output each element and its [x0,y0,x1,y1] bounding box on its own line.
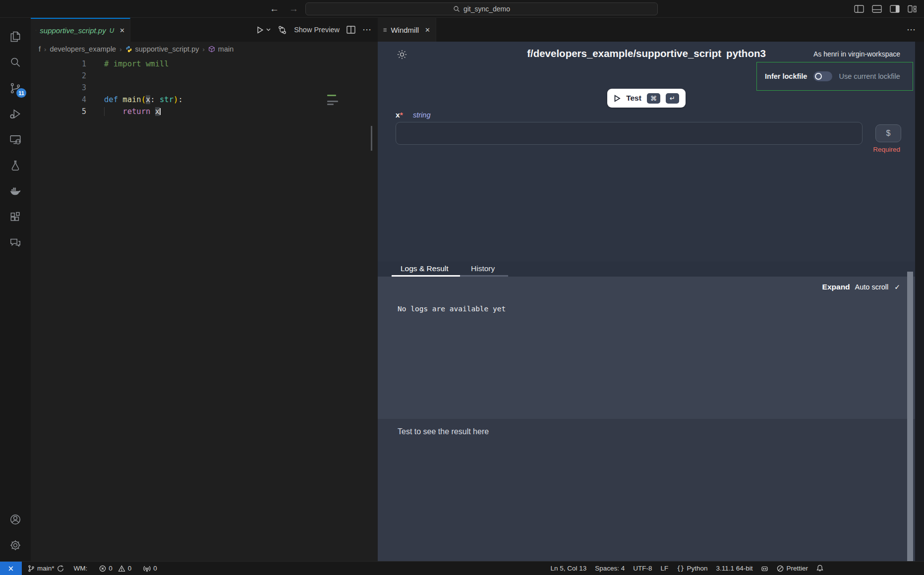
logs-pane: Expand Auto scroll ✓ No logs are availab… [378,277,915,419]
chevron-down-icon [266,28,271,31]
branch-icon [28,565,35,572]
expand-button[interactable]: Expand [822,283,850,291]
script-language: python3 [726,48,766,59]
run-debug-icon[interactable] [0,101,31,127]
toggle-panel-icon[interactable] [872,5,882,13]
lockfile-box: Infer lockfile Use current lockfile [756,62,913,91]
language-mode-item[interactable]: Python [677,565,707,572]
code-line[interactable]: 2 [31,70,378,82]
search-sidebar-icon[interactable] [0,50,31,75]
python-file-icon [36,26,36,34]
breadcrumb-symbol[interactable]: main [208,45,233,53]
nav-back-button[interactable]: ← [270,3,279,14]
wm-status-item[interactable]: WM: [74,565,88,572]
overview-ruler-mark [371,126,372,151]
test-button-label: Test [626,94,641,103]
remote-explorer-icon[interactable] [0,127,31,153]
testing-icon[interactable] [0,153,31,178]
result-pane: Test to see the result here [378,419,915,561]
editor-more-actions-icon[interactable]: ⋯ [362,24,372,35]
toggle-knob [815,73,822,80]
windmill-tab-label: Windmill [391,26,419,34]
radio-tower-icon [143,565,151,572]
explorer-icon[interactable] [0,24,31,50]
lockfile-toggle[interactable] [813,71,832,81]
docker-icon[interactable] [0,178,31,204]
arg-type: string [413,111,430,119]
cursor-position-item[interactable]: Ln 5, Col 13 [550,565,586,572]
nav-forward-button[interactable]: → [289,3,298,14]
settings-gear-icon[interactable] [0,532,31,558]
panel-more-actions-icon[interactable]: ⋯ [907,24,916,35]
code-editor[interactable]: 1# import wmill234def main(x: str):5 ret… [31,57,378,561]
windmill-tab-icon [383,27,387,33]
toggle-secondary-sidebar-icon[interactable] [890,5,900,13]
title-bar: ← → git_sync_demo [0,0,924,18]
copilot-status-item[interactable] [761,565,768,572]
use-lockfile-label: Use current lockfile [839,72,900,80]
code-line[interactable]: 4def main(x: str): [31,94,378,106]
bell-icon [816,565,823,572]
git-branch-item[interactable]: main* [28,565,64,572]
error-icon [99,565,106,572]
tab-supportive-script[interactable]: supportive_script.py U ✕ [31,18,130,42]
tab-modified-flag: U [110,27,114,34]
search-icon [453,5,460,12]
remote-icon [7,565,15,572]
windmill-tab-close-icon[interactable]: ✕ [425,26,430,34]
braces-icon [677,565,684,572]
show-preview-button[interactable]: Show Preview [294,26,340,34]
source-control-icon[interactable]: 11 [0,75,31,101]
autoscroll-toggle[interactable]: Auto scroll [855,283,889,291]
warning-icon [118,565,125,572]
account-icon[interactable] [0,507,31,532]
dollar-expression-button[interactable]: $ [875,124,901,142]
prettier-status-icon [777,565,784,572]
arg-label: x* string [396,111,430,119]
tab-windmill[interactable]: Windmill ✕ [378,18,436,42]
tab-close-icon[interactable]: ✕ [119,27,125,34]
code-line[interactable]: 3 [31,82,378,94]
indentation-item[interactable]: Spaces: 4 [595,565,625,572]
notifications-bell-item[interactable] [816,565,823,572]
encoding-item[interactable]: UTF-8 [633,565,652,572]
breadcrumb-file[interactable]: supportive_script.py [125,45,199,53]
extensions-icon[interactable] [0,204,31,230]
required-asterisk: * [400,111,403,119]
language-label: Python [687,565,707,572]
vscode-window: ← → git_sync_demo 11 [0,0,924,575]
warning-count: 0 [128,565,132,572]
test-button[interactable]: Test ⌘ ↵ [607,89,686,108]
minimap[interactable] [327,95,344,107]
command-center[interactable]: git_sync_demo [305,2,658,15]
run-python-button[interactable] [256,26,271,34]
python-version-item[interactable]: 3.11.1 64-bit [716,565,752,572]
tab-logs-result[interactable]: Logs & Result [392,262,460,277]
problems-item[interactable]: 0 0 [99,565,131,572]
remote-indicator[interactable] [0,562,22,575]
code-line[interactable]: 1# import wmill [31,58,378,70]
prettier-label: Prettier [786,565,808,572]
windmill-panel-group: Windmill ✕ ⋯ f/developers_example/suppor… [378,18,924,561]
arg-x-input[interactable] [396,122,863,145]
editor-group: supportive_script.py U ✕ Show Preview ⋯ [31,18,378,561]
ports-item[interactable]: 0 [143,565,157,572]
script-path: f/developers_example/supportive_script [527,48,721,59]
breadcrumb-folder[interactable]: developers_example [50,45,116,53]
panel-scrollbar[interactable] [907,272,913,561]
comments-icon[interactable] [0,230,31,256]
code-line[interactable]: 5 return x [31,106,378,117]
open-changes-icon[interactable] [278,25,287,35]
toggle-sidebar-icon[interactable] [854,5,864,13]
breadcrumb-root[interactable]: f [39,45,41,53]
tab-history[interactable]: History [460,262,508,277]
customize-layout-icon[interactable] [908,5,917,13]
prettier-item[interactable]: Prettier [777,565,808,572]
run-context-label: As henri in virgin-workspace [813,50,900,58]
panel-right-gutter [915,42,924,561]
activity-bar: 11 [0,18,31,561]
eol-item[interactable]: LF [661,565,669,572]
split-editor-icon[interactable] [346,26,355,34]
play-icon [614,95,621,102]
editor-tab-bar: supportive_script.py U ✕ Show Preview ⋯ [31,18,378,42]
